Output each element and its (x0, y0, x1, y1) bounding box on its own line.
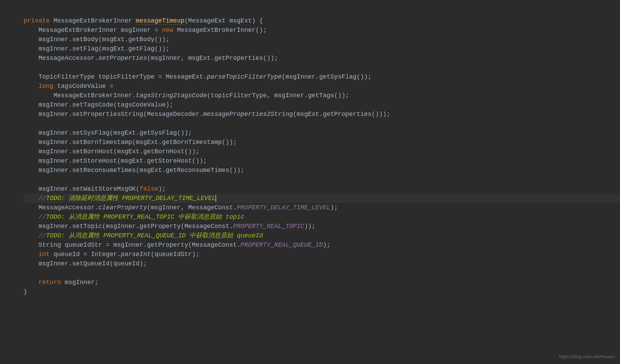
brace-close: } (24, 288, 27, 295)
highlighted-line: //TODO: 清除延时消息属性 PROPERTY_DELAY_TIME_LEV… (24, 194, 620, 203)
blank-line (24, 64, 27, 71)
todo-comment: TODO: 清除延时消息属性 PROPERTY_DELAY_TIME_LEVEL (46, 195, 216, 202)
keyword-private: private (24, 17, 50, 24)
blank-line (24, 120, 27, 127)
code-line: msgInner.setQueueId(queueId); (24, 260, 147, 267)
param-name: msgExt (229, 17, 252, 24)
code-line: msgInner.setFlag(msgExt.getFlag()); (24, 45, 169, 52)
constant: PROPERTY_DELAY_TIME_LEVEL (237, 204, 330, 211)
keyword-false: false (140, 185, 158, 192)
static-method: setProperties (98, 55, 147, 62)
code-line: int queueId = Integer.parseInt(queueIdSt… (24, 251, 200, 258)
method-name: messageTimeup (136, 17, 184, 25)
code-line: TopicFilterType topicFilterType = Messag… (24, 73, 372, 80)
code-line: MessageAccessor.clearProperty(msgInner, … (24, 204, 338, 211)
todo-comment: TODO: 从消息属性 PROPERTY_REAL_QUEUE_ID 中获取消息… (46, 232, 263, 239)
keyword-int: int (38, 251, 50, 258)
code-line: msgInner.setPropertiesString(MessageDeco… (24, 111, 390, 118)
brace-open: { (259, 17, 263, 24)
constant: PROPERTY_REAL_TOPIC (233, 223, 304, 230)
code-line: msgInner.setSysFlag(msgExt.getSysFlag())… (24, 129, 192, 136)
code-line: msgInner.setStoreHost(msgExt.getStoreHos… (24, 157, 207, 164)
return-type: MessageExtBrokerInner (53, 17, 132, 24)
code-line: MessageExtBrokerInner msgInner = new Mes… (24, 27, 267, 34)
watermark: https://blog.csdn.net/hosaos (559, 352, 615, 361)
static-method: messageProperties2String (203, 111, 293, 118)
keyword-new: new (162, 27, 173, 34)
static-method: tagsString2tagsCode (136, 92, 207, 99)
comment-slash: // (38, 232, 46, 239)
param-type: MessageExt (188, 17, 225, 24)
code-line: MessageExtBrokerInner.tagsString2tagsCod… (24, 92, 349, 99)
code-line: } (24, 288, 27, 295)
blank-line (24, 176, 27, 183)
code-line: msgInner.setWaitStoreMsgOK(false); (24, 185, 166, 192)
code-line: return msgInner; (24, 279, 98, 286)
code-line: private MessageExtBrokerInner messageTim… (24, 17, 263, 25)
static-method: parseTopicFilterType (207, 73, 282, 80)
code-line: msgInner.setBody(msgExt.getBody()); (24, 36, 169, 43)
comment-slash: // (38, 195, 46, 202)
code-line: msgInner.setReconsumeTimes(msgExt.getRec… (24, 167, 244, 174)
comment-slash: // (38, 213, 46, 220)
static-method: clearProperty (98, 204, 147, 211)
code-line: long tagsCodeValue = (24, 83, 113, 90)
blank-line (24, 270, 27, 276)
static-method: parseInt (121, 251, 151, 258)
code-line: //TODO: 从消息属性 PROPERTY_REAL_TOPIC 中获取消息原… (24, 213, 244, 220)
text-cursor (215, 195, 216, 202)
constant: PROPERTY_REAL_QUEUE_ID (241, 242, 323, 248)
code-editor[interactable]: private MessageExtBrokerInner messageTim… (0, 0, 620, 297)
todo-comment: TODO: 从消息属性 PROPERTY_REAL_TOPIC 中获取消息原始 … (46, 213, 244, 220)
code-line: msgInner.setTagsCode(tagsCodeValue); (24, 101, 173, 108)
keyword-return: return (38, 279, 61, 286)
code-line: //TODO: 从消息属性 PROPERTY_REAL_QUEUE_ID 中获取… (24, 232, 263, 239)
code-line: msgInner.setTopic(msgInner.getProperty(M… (24, 223, 316, 230)
code-line: msgInner.setBornHost(msgExt.getBornHost(… (24, 148, 200, 155)
code-line: msgInner.setBornTimestamp(msgExt.getBorn… (24, 139, 237, 146)
code-line: String queueIdStr = msgInner.getProperty… (24, 242, 330, 248)
code-line: MessageAccessor.setProperties(msgInner, … (24, 55, 278, 62)
keyword-long: long (38, 83, 53, 90)
